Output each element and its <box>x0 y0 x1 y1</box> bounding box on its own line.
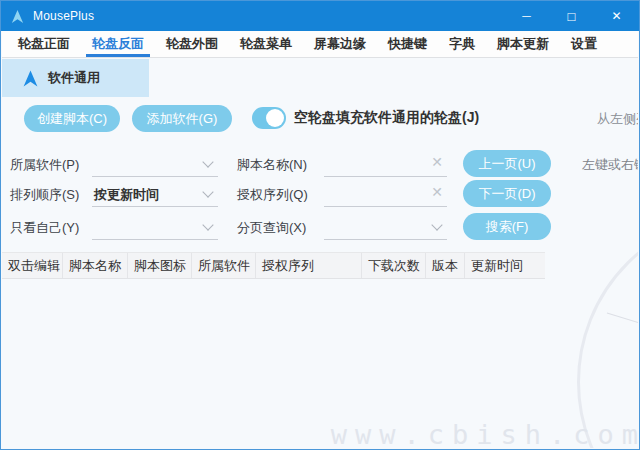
filter-row-1: 所属软件(P) 脚本名称(N) ✕ 上一页(U) 左键或右键 <box>2 150 638 178</box>
chevron-down-icon <box>202 186 213 197</box>
search-button[interactable]: 搜索(F) <box>463 213 551 240</box>
clear-icon[interactable]: ✕ <box>431 184 443 200</box>
wheel-watermark-circle <box>577 212 638 448</box>
toggle-knob-icon <box>266 109 284 127</box>
owner-software-label: 所属软件(P) <box>10 156 79 174</box>
tab-wheel-outer[interactable]: 轮盘外围 <box>158 31 226 57</box>
owner-software-select[interactable] <box>92 150 218 177</box>
subtab-software-general[interactable]: 软件通用 <box>2 59 149 97</box>
cursor-triangle-icon <box>22 70 39 87</box>
app-logo-icon <box>10 9 25 24</box>
filter-row-2: 排列顺序(S) 按更新时间 授权序列(Q) ✕ 下一页(D) <box>2 180 638 208</box>
close-button[interactable]: ✕ <box>594 1 639 31</box>
tab-wheel-back[interactable]: 轮盘反面 <box>84 31 152 57</box>
maximize-button[interactable]: □ <box>549 1 594 31</box>
prev-page-button[interactable]: 上一页(U) <box>463 150 551 177</box>
content-area: www.cbish.com 软件通用 创建脚本(C) 添加软件(G) 空轮盘填充… <box>2 59 638 448</box>
subtab-label: 软件通用 <box>48 69 100 87</box>
script-name-label: 脚本名称(N) <box>237 156 307 174</box>
clear-icon[interactable]: ✕ <box>431 154 443 170</box>
next-page-button[interactable]: 下一页(D) <box>463 180 551 207</box>
tab-script-update[interactable]: 脚本更新 <box>489 31 557 57</box>
col-script-name[interactable]: 脚本名称 <box>63 253 128 278</box>
col-download-count[interactable]: 下载次数 <box>362 253 426 278</box>
chevron-down-icon <box>431 219 442 230</box>
titlebar[interactable]: MousePlus ─ □ ✕ <box>1 1 639 31</box>
col-version[interactable]: 版本 <box>426 253 465 278</box>
fill-wheel-toggle-label: 空轮盘填充软件通用的轮盘(J) <box>294 109 479 127</box>
col-script-icon[interactable]: 脚本图标 <box>128 253 192 278</box>
tab-dictionary[interactable]: 字典 <box>441 31 483 57</box>
col-double-click-edit[interactable]: 双击编辑 <box>2 253 63 278</box>
main-tabbar: 轮盘正面 轮盘反面 轮盘外围 轮盘菜单 屏幕边缘 快捷键 字典 脚本更新 设置 <box>2 31 638 58</box>
window-controls: ─ □ ✕ <box>504 1 639 31</box>
col-auth-serial[interactable]: 授权序列 <box>256 253 362 278</box>
only-mine-label: 只看自己(Y) <box>10 219 79 237</box>
page-query-select[interactable] <box>324 213 447 240</box>
chevron-down-icon <box>202 219 213 230</box>
auth-serial-label: 授权序列(Q) <box>237 186 308 204</box>
sort-order-value: 按更新时间 <box>94 186 159 204</box>
tab-screen-edge[interactable]: 屏幕边缘 <box>306 31 374 57</box>
tab-wheel-front[interactable]: 轮盘正面 <box>10 31 78 57</box>
page-query-label: 分页查询(X) <box>237 219 306 237</box>
tab-wheel-menu[interactable]: 轮盘菜单 <box>232 31 300 57</box>
col-owner-software[interactable]: 所属软件 <box>192 253 256 278</box>
tab-hotkeys[interactable]: 快捷键 <box>380 31 435 57</box>
only-mine-select[interactable] <box>92 213 218 240</box>
tab-settings[interactable]: 设置 <box>563 31 605 57</box>
window-title: MousePlus <box>33 9 94 23</box>
mouse-button-hint: 左键或右键 <box>582 156 638 174</box>
left-list-hint: 从左侧列表 <box>597 110 638 128</box>
script-table-header: 双击编辑 脚本名称 脚本图标 所属软件 授权序列 下载次数 版本 更新时间 <box>2 252 545 279</box>
add-software-button[interactable]: 添加软件(G) <box>132 105 232 132</box>
script-name-input[interactable]: ✕ <box>324 150 447 177</box>
sort-order-select[interactable]: 按更新时间 <box>92 180 218 207</box>
chevron-down-icon <box>202 156 213 167</box>
create-script-button[interactable]: 创建脚本(C) <box>24 105 120 132</box>
minimize-button[interactable]: ─ <box>504 1 549 31</box>
fill-wheel-toggle[interactable] <box>252 107 286 129</box>
auth-serial-input[interactable]: ✕ <box>324 180 447 207</box>
sort-order-label: 排列顺序(S) <box>10 186 79 204</box>
site-watermark: www.cbish.com <box>331 419 638 448</box>
col-update-time[interactable]: 更新时间 <box>465 253 545 278</box>
filter-row-3: 只看自己(Y) 分页查询(X) 搜索(F) <box>2 213 638 241</box>
mouseplus-window: MousePlus ─ □ ✕ 轮盘正面 轮盘反面 轮盘外围 轮盘菜单 屏幕边缘… <box>0 0 640 450</box>
